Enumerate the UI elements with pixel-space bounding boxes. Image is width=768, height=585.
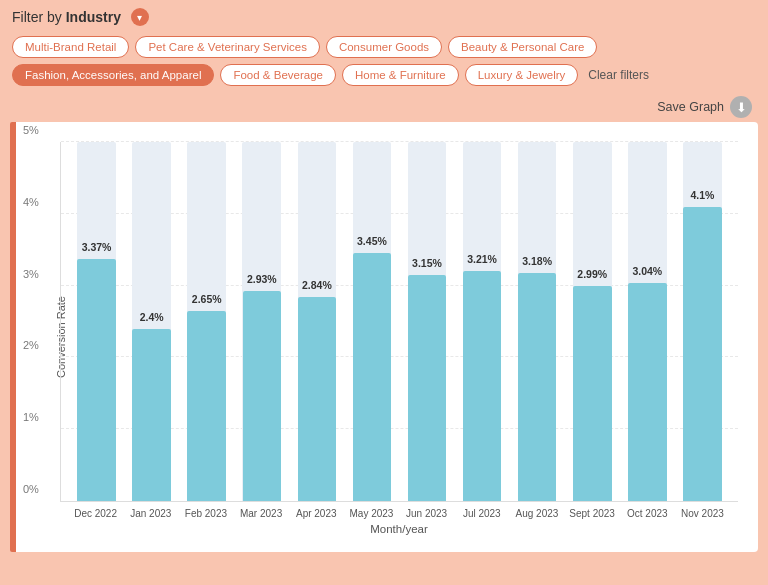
y-tick-label: 5% — [23, 124, 39, 136]
x-tick-label: Jun 2023 — [399, 508, 454, 519]
bar-group: 3.18% — [510, 142, 565, 501]
bar: 2.4% — [132, 329, 171, 501]
bar-value-label: 2.84% — [302, 279, 332, 291]
x-tick-label: Jan 2023 — [123, 508, 178, 519]
bar-group: 3.04% — [620, 142, 675, 501]
filter-label: Filter by Industry — [12, 9, 121, 25]
save-graph-button[interactable]: Save Graph ⬇ — [657, 96, 752, 118]
filter-chip[interactable]: Multi-Brand Retail — [12, 36, 129, 58]
filter-chip[interactable]: Food & Beverage — [220, 64, 336, 86]
filter-chip[interactable]: Pet Care & Veterinary Services — [135, 36, 320, 58]
bar-group: 2.99% — [565, 142, 620, 501]
bar-value-label: 2.65% — [192, 293, 222, 305]
top-bar: Filter by Industry ▾ — [0, 0, 768, 32]
filter-chip[interactable]: Beauty & Personal Care — [448, 36, 597, 58]
clear-filters-button[interactable]: Clear filters — [588, 68, 649, 82]
y-tick-label: 3% — [23, 268, 39, 280]
bar-group: 2.84% — [289, 142, 344, 501]
x-tick-label: Dec 2022 — [68, 508, 123, 519]
x-tick-label: Oct 2023 — [620, 508, 675, 519]
red-left-accent — [10, 122, 16, 552]
x-labels: Dec 2022Jan 2023Feb 2023Mar 2023Apr 2023… — [60, 502, 738, 519]
bar-group: 3.21% — [455, 142, 510, 501]
bar: 2.65% — [187, 311, 226, 501]
filter-chips-row: Multi-Brand RetailPet Care & Veterinary … — [0, 32, 768, 92]
bar-group: 3.37% — [69, 142, 124, 501]
x-tick-label: May 2023 — [344, 508, 399, 519]
bar-value-label: 4.1% — [690, 189, 714, 201]
bar: 3.15% — [408, 275, 447, 501]
x-tick-label: Mar 2023 — [234, 508, 289, 519]
x-tick-label: Aug 2023 — [509, 508, 564, 519]
bar: 3.45% — [353, 253, 392, 501]
save-graph-label: Save Graph — [657, 100, 724, 114]
bar-group: 2.4% — [124, 142, 179, 501]
bar: 2.93% — [243, 291, 282, 501]
bar: 3.37% — [77, 259, 116, 501]
y-tick-label: 0% — [23, 483, 39, 495]
y-tick-label: 2% — [23, 339, 39, 351]
bar-value-label: 2.99% — [577, 268, 607, 280]
filter-chip[interactable]: Fashion, Accessories, and Apparel — [12, 64, 214, 86]
bar-value-label: 2.93% — [247, 273, 277, 285]
bar-group: 3.45% — [344, 142, 399, 501]
bar-group: 3.15% — [399, 142, 454, 501]
x-axis-title: Month/year — [60, 523, 738, 535]
x-tick-label: Apr 2023 — [289, 508, 344, 519]
bar: 2.99% — [573, 286, 612, 501]
bar: 3.18% — [518, 273, 557, 501]
x-tick-label: Sept 2023 — [565, 508, 620, 519]
x-tick-label: Nov 2023 — [675, 508, 730, 519]
bar: 2.84% — [298, 297, 337, 501]
chart-container: Conversion Rate 5%4%3%2%1%0%3.37%2.4%2.6… — [10, 122, 758, 552]
bar-group: 4.1% — [675, 142, 730, 501]
bar: 3.21% — [463, 271, 502, 501]
x-tick-label: Jul 2023 — [454, 508, 509, 519]
bar-value-label: 2.4% — [140, 311, 164, 323]
bar-value-label: 3.18% — [522, 255, 552, 267]
bar-value-label: 3.45% — [357, 235, 387, 247]
bars-row: 3.37%2.4%2.65%2.93%2.84%3.45%3.15%3.21%3… — [61, 142, 738, 501]
bar-value-label: 3.37% — [82, 241, 112, 253]
x-tick-label: Feb 2023 — [178, 508, 233, 519]
bar-value-label: 3.21% — [467, 253, 497, 265]
save-graph-row: Save Graph ⬇ — [0, 92, 768, 122]
bar: 3.04% — [628, 283, 667, 501]
y-tick-label: 4% — [23, 196, 39, 208]
bar-group: 2.65% — [179, 142, 234, 501]
filter-chip[interactable]: Luxury & Jewelry — [465, 64, 579, 86]
bar-value-label: 3.04% — [632, 265, 662, 277]
y-tick-label: 1% — [23, 411, 39, 423]
bar-group: 2.93% — [234, 142, 289, 501]
bar: 4.1% — [683, 207, 722, 501]
filter-chip[interactable]: Consumer Goods — [326, 36, 442, 58]
industry-dropdown[interactable]: ▾ — [131, 8, 149, 26]
chart-area: 5%4%3%2%1%0%3.37%2.4%2.65%2.93%2.84%3.45… — [60, 142, 738, 502]
bar-value-label: 3.15% — [412, 257, 442, 269]
download-icon: ⬇ — [730, 96, 752, 118]
filter-prefix: Filter by — [12, 9, 66, 25]
filter-word: Industry — [66, 9, 121, 25]
filter-chip[interactable]: Home & Furniture — [342, 64, 459, 86]
